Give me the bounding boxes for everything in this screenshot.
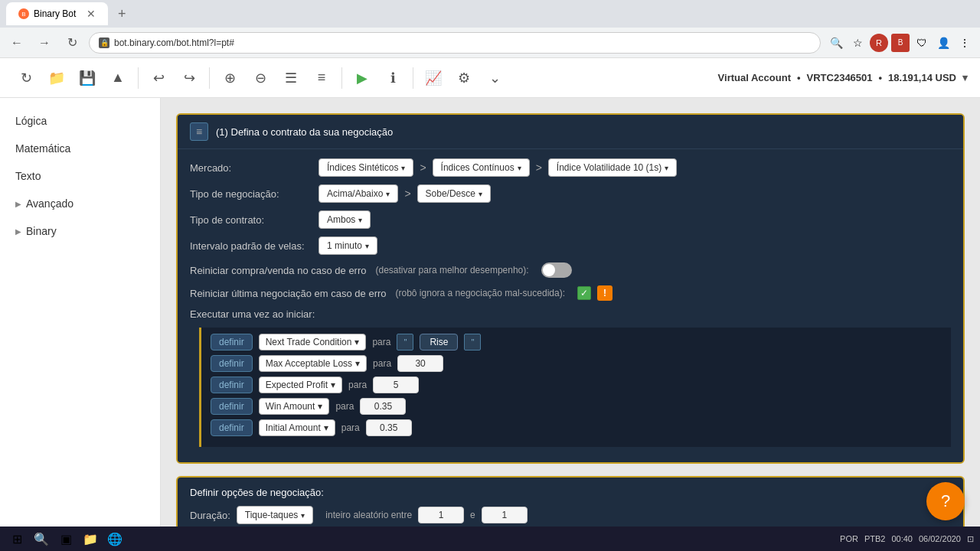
zoom-out-tool[interactable]: ⊖ bbox=[247, 64, 274, 92]
negociacao-row: Tipo de negociação: Acima/Abaixo ▾ > Sob… bbox=[190, 184, 951, 203]
value-badge-0: Rise bbox=[420, 334, 458, 350]
chart-tool[interactable]: 📈 bbox=[420, 64, 447, 92]
sidebar-item-matematica[interactable]: Matemática bbox=[0, 135, 160, 162]
sidebar-item-logica[interactable]: Lógica bbox=[0, 107, 160, 135]
quote-right-0[interactable]: " bbox=[464, 334, 481, 350]
negociacao-select-1[interactable]: Acima/Abaixo ▾ bbox=[318, 184, 398, 203]
number-input-2[interactable] bbox=[373, 377, 419, 393]
executar-row: Executar uma vez ao iniciar: bbox=[190, 308, 951, 320]
profile-icon[interactable]: R bbox=[870, 34, 888, 52]
contrato-select[interactable]: Ambos ▾ bbox=[318, 210, 371, 229]
star-icon[interactable]: ☆ bbox=[848, 34, 867, 52]
address-bar[interactable]: 🔒 bot.binary.com/bot.html?l=pt# bbox=[89, 32, 821, 54]
reiniciar1-row: Reiniciar compra/venda no caso de erro (… bbox=[190, 262, 951, 278]
number-input-4[interactable] bbox=[366, 419, 412, 436]
mercado-select-1[interactable]: Índices Sintéticos ▾ bbox=[318, 158, 413, 177]
new-tab-button[interactable]: + bbox=[111, 3, 132, 24]
taskbar-chrome[interactable]: 🌐 bbox=[104, 528, 126, 549]
extension-icon3[interactable]: 👤 bbox=[934, 34, 952, 52]
separator4 bbox=[413, 67, 413, 89]
define-btn-0[interactable]: definir bbox=[211, 334, 253, 350]
reiniciar2-row: Reiniciar última negociação em caso de e… bbox=[190, 285, 951, 301]
var-select-3[interactable]: Win Amount ▾ bbox=[259, 398, 330, 415]
mercado-select-2[interactable]: Índices Contínuos ▾ bbox=[433, 158, 530, 177]
search-icon[interactable]: 🔍 bbox=[827, 34, 845, 52]
taskbar-taskview[interactable]: ▣ bbox=[55, 528, 77, 549]
sub-row-2: definir Expected Profit ▾ para bbox=[211, 377, 942, 393]
define-btn-2[interactable]: definir bbox=[211, 377, 253, 393]
sidebar-label-matematica: Matemática bbox=[15, 142, 70, 155]
reload-button[interactable]: ↻ bbox=[61, 32, 83, 54]
inteiro-label: inteiro aleatório entre bbox=[325, 510, 412, 520]
save-tool[interactable]: 💾 bbox=[74, 64, 101, 92]
drive-tool[interactable]: ▲ bbox=[104, 64, 132, 92]
sidebar-item-avancado[interactable]: ▶ Avançado bbox=[0, 190, 160, 217]
forward-button[interactable]: → bbox=[34, 32, 55, 54]
separator2 bbox=[209, 67, 210, 89]
tab-close-button[interactable]: ✕ bbox=[87, 8, 96, 20]
settings-tool[interactable]: ⚙ bbox=[450, 64, 478, 92]
more-tool[interactable]: ⌄ bbox=[481, 64, 508, 92]
account-info: Virtual Account • VRTC2346501 • 18.191,1… bbox=[718, 72, 968, 83]
taskbar-windows[interactable]: ⊞ bbox=[6, 528, 28, 549]
sidebar-label-logica: Lógica bbox=[15, 115, 47, 127]
duracao-select[interactable]: Tique-taques ▾ bbox=[237, 506, 314, 524]
browser-tab[interactable]: B Binary Bot ✕ bbox=[6, 2, 108, 25]
list-tool[interactable]: ☰ bbox=[277, 64, 305, 92]
var-select-0[interactable]: Next Trade Condition ▾ bbox=[259, 334, 367, 350]
folder-tool[interactable]: 📁 bbox=[43, 64, 70, 92]
taskbar-show-desktop[interactable]: ⊡ bbox=[967, 534, 974, 544]
play-tool[interactable]: ▶ bbox=[348, 64, 376, 92]
define-btn-3[interactable]: definir bbox=[211, 398, 253, 415]
info-tool[interactable]: ℹ bbox=[379, 64, 407, 92]
executar-label: Executar uma vez ao iniciar: bbox=[190, 308, 315, 320]
para-label-3: para bbox=[335, 401, 354, 412]
help-button[interactable]: ? bbox=[926, 482, 965, 520]
sub-row-3: definir Win Amount ▾ para bbox=[211, 398, 942, 415]
arrow1: > bbox=[420, 161, 426, 174]
duracao-label: Duração: bbox=[190, 510, 230, 521]
bullets-tool[interactable]: ≡ bbox=[308, 64, 335, 92]
zoom-in-tool[interactable]: ⊕ bbox=[216, 64, 243, 92]
taskbar-lang: POR bbox=[840, 534, 858, 543]
number-input-3[interactable] bbox=[360, 398, 406, 415]
sidebar-label-avancado: Avançado bbox=[26, 197, 74, 210]
taskbar-files[interactable]: 📁 bbox=[80, 528, 101, 549]
back-button[interactable]: ← bbox=[6, 32, 28, 54]
define-btn-1[interactable]: definir bbox=[211, 355, 253, 372]
sidebar-item-binary[interactable]: ▶ Binary bbox=[0, 217, 160, 245]
inteiro-input-2[interactable] bbox=[482, 507, 528, 523]
content-area: ≡ (1) Defina o contrato da sua negociaçã… bbox=[161, 98, 980, 551]
redo-tool[interactable]: ↪ bbox=[175, 64, 203, 92]
var-select-4[interactable]: Initial Amount ▾ bbox=[259, 419, 335, 436]
refresh-tool[interactable]: ↻ bbox=[12, 64, 40, 92]
undo-tool[interactable]: ↩ bbox=[145, 64, 172, 92]
taskbar: ⊞ 🔍 ▣ 📁 🌐 POR PTB2 00:40 06/02/2020 ⊡ bbox=[0, 527, 980, 551]
reiniciar1-toggle[interactable] bbox=[541, 262, 572, 278]
contrato-row: Tipo de contrato: Ambos ▾ bbox=[190, 210, 951, 229]
menu-button[interactable]: ⋮ bbox=[956, 34, 974, 52]
number-input-1[interactable] bbox=[397, 355, 443, 372]
opcoes-row: Duração: Tique-taques ▾ inteiro aleatóri… bbox=[190, 506, 951, 524]
inteiro-input-1[interactable] bbox=[418, 507, 464, 523]
arrow3: > bbox=[404, 187, 410, 200]
extension-icon1[interactable]: B bbox=[891, 34, 910, 52]
var-select-1[interactable]: Max Acceptable Loss ▾ bbox=[259, 355, 367, 372]
tab-favicon: B bbox=[18, 8, 29, 19]
negociacao-select-2[interactable]: Sobe/Desce ▾ bbox=[417, 184, 491, 203]
mercado-row: Mercado: Índices Sintéticos ▾ > Índices … bbox=[190, 158, 951, 177]
sub-row-4: definir Initial Amount ▾ para bbox=[211, 419, 942, 436]
sidebar-item-texto[interactable]: Texto bbox=[0, 162, 160, 190]
para-label-0: para bbox=[372, 337, 390, 347]
binary-arrow: ▶ bbox=[15, 227, 21, 236]
mercado-select-3[interactable]: Índice Volatilidade 10 (1s) ▾ bbox=[548, 158, 677, 177]
quote-left-0[interactable]: " bbox=[397, 334, 413, 350]
taskbar-search[interactable]: 🔍 bbox=[31, 528, 52, 549]
account-dropdown[interactable]: ▾ bbox=[962, 72, 968, 83]
define-btn-4[interactable]: definir bbox=[211, 419, 253, 436]
extension-icon2[interactable]: 🛡 bbox=[913, 34, 931, 52]
separator1 bbox=[138, 67, 139, 89]
intervalo-select[interactable]: 1 minuto ▾ bbox=[318, 236, 377, 255]
reiniciar2-checkbox[interactable]: ✓ bbox=[577, 286, 591, 300]
var-select-2[interactable]: Expected Profit ▾ bbox=[259, 377, 342, 393]
